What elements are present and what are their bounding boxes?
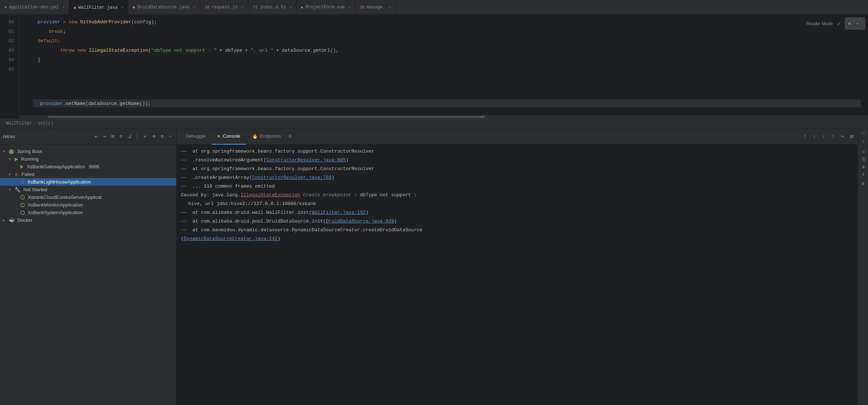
right-panel-up-arrow[interactable]: ↑ (860, 131, 866, 134)
tree-item-monitor[interactable]: XsBankMonitorApplication (0, 201, 176, 209)
tab-console[interactable]: ▶ Console (212, 129, 246, 145)
right-panel-grid-icon[interactable]: ⊞ (861, 166, 866, 168)
tree-item-system[interactable]: XsBankSystemApplication (0, 209, 176, 216)
console-line-9: (DynamicDataSourceCreator.java:242) (181, 235, 853, 243)
tab-request-js[interactable]: JS request.js ✕ (200, 0, 248, 15)
console-line-7: —— at com.alibaba.druid.pool.DruidDataSo… (181, 217, 853, 225)
right-panel-down-arrow[interactable]: ↓ (861, 138, 864, 144)
link-illegal-state-exception[interactable]: IllegalStateException (241, 192, 300, 198)
tree-label-monitor: XsBankMonitorApplication (28, 202, 83, 208)
tab-icon-request-js: JS (205, 5, 209, 9)
tab-close-request-js[interactable]: ✕ (241, 5, 244, 9)
check-icon: ✓ (837, 20, 841, 27)
console-text-3: at org.springframework.beans.factory.sup… (190, 165, 374, 173)
code-line-4: } (26, 55, 868, 65)
sort-icon[interactable]: ⊿ (126, 133, 133, 140)
dash-7: —— (181, 217, 187, 225)
tab-close-projectform-vue[interactable]: ✕ (348, 5, 351, 9)
link-constructor-resolver-789[interactable]: ConstructorResolver.java:789 (252, 175, 331, 180)
tab-close-application-dev[interactable]: ✕ (62, 5, 64, 9)
tab-label-application-dev: application-dev.yml (9, 5, 59, 10)
console-output[interactable]: —— at org.springframework.beans.factory.… (177, 145, 858, 405)
console-text-8: at com.baomidou.dynamic.datasource.Dynam… (190, 226, 423, 234)
scroll-up-btn[interactable]: ↑ (802, 132, 808, 141)
console-line-1: —— at org.springframework.beans.factory.… (181, 148, 853, 156)
tree-item-docker[interactable]: 🐳 Docker (0, 216, 176, 224)
tab-endpoints-label: Endpoints (260, 133, 281, 139)
tree-item-gateway[interactable]: XsBankGatewayApplication :9999, (0, 163, 176, 170)
tab-manage[interactable]: JS manage. ✕ (355, 0, 396, 15)
right-panel-download-icon[interactable]: ⬇ (862, 172, 864, 177)
tree-item-spring-boot[interactable]: ⬤ Spring Boot (0, 148, 176, 155)
tab-close-druiddatasource[interactable]: ✕ (193, 5, 196, 9)
console-line-caused-by: Caused by: java.lang.IllegalStateExcepti… (181, 191, 853, 199)
tab-index-d-ts[interactable]: TS index.d.ts ✕ (248, 0, 296, 15)
console-line-3: —— at org.springframework.beans.factory.… (181, 165, 853, 173)
breadcrumb-item-wallfilter[interactable]: WallFilter (6, 121, 32, 126)
scroll-line-text: provider (40, 101, 63, 106)
filter-icon[interactable]: ⚗ (118, 133, 123, 140)
link-dynamicdatasourcecreator-242[interactable]: DynamicDataSourceCreator.java:242 (184, 236, 277, 241)
breadcrumb-item-init[interactable]: init() (38, 121, 53, 126)
console-line-hive: hive, url jdbc:hive2://127.0.0.1:10000/x… (181, 200, 853, 208)
settings-icon[interactable]: ⚙ (159, 133, 165, 140)
tree-item-lighthouse[interactable]: ⊗ XsBankLightHouseApplication (0, 178, 176, 186)
right-panel-settings-icon[interactable]: ⚙ (862, 181, 864, 186)
tree-item-running[interactable]: ▶ Running (0, 155, 176, 163)
download-btn[interactable]: ↓ (821, 132, 827, 141)
tab-label-projectform-vue: ProjectForm.vue (305, 5, 345, 10)
tab-label-druiddatasource: DruidDataSource.java (137, 5, 190, 10)
tree-label-running: Running (21, 156, 39, 162)
tab-debugger[interactable]: Debugger (179, 129, 212, 145)
tab-label-index-d-ts: index.d.ts (260, 5, 286, 10)
tab-close-manage[interactable]: ✕ (389, 5, 391, 9)
line-numbers: 00 01 02 03 04 05 (0, 15, 19, 118)
tree-label-not-started: Not Started (23, 187, 47, 192)
link-wallfilter-192[interactable]: WallFilter.java:192 (312, 210, 366, 215)
console-text-9: (DynamicDataSourceCreator.java:242) (181, 235, 280, 243)
panel-menu-icon[interactable]: ≡ (288, 133, 292, 140)
upload-btn[interactable]: ↑ (830, 132, 836, 141)
collapse-all-icon[interactable]: ⇤ (93, 133, 99, 140)
tab-druiddatasource[interactable]: ◉ DruidDataSource.java ✕ (128, 0, 200, 15)
far-right-panel: ↑ ↓ ≡ ☰ ⊞ ⬇ ⚙ (858, 129, 868, 405)
add-service-icon[interactable]: ＋ (141, 133, 149, 141)
minimize-icon[interactable]: − (167, 133, 173, 140)
horizontal-scrollbar[interactable] (19, 115, 868, 118)
globe-icon[interactable]: ⊕ (151, 133, 157, 140)
console-line-6: —— at com.alibaba.druid.wall.WallFilter.… (181, 209, 853, 217)
table-view-btn[interactable]: ⊞ (848, 131, 855, 142)
code-line-2: default: (26, 36, 868, 46)
reader-mode-label[interactable]: Reader Mode (806, 21, 833, 26)
expand-all-icon[interactable]: ⇥ (101, 133, 107, 140)
mini-popup-close[interactable]: ✕ (853, 19, 862, 28)
tab-endpoints[interactable]: 🔥 Endpoints (246, 129, 287, 145)
scrollbar-thumb[interactable] (48, 116, 485, 118)
tab-close-wallfilter[interactable]: ✕ (121, 5, 123, 10)
tab-application-dev[interactable]: ● application-dev.yml ✕ (0, 0, 69, 15)
tree-item-not-started[interactable]: 🔧 Not Started (0, 186, 176, 193)
tab-wallfilter[interactable]: ◉ WallFilter.java ✕ (69, 0, 128, 15)
tree-item-failed[interactable]: ⊗ Failed (0, 170, 176, 178)
group-icon[interactable]: ⊞ (110, 133, 115, 140)
console-line-4: —— .createArgumentArray(ConstructorResol… (181, 174, 853, 182)
right-panel-lines-icon[interactable]: ≡ (861, 150, 866, 153)
next-btn[interactable]: ↷ (839, 131, 846, 142)
console-line-2: —— .resolveAutowiredArgument(Constructor… (181, 156, 853, 164)
tab-icon-projectform-vue: ▲ (301, 5, 303, 9)
right-panel-list-icon[interactable]: ☰ (861, 157, 866, 162)
tree-label-failed: Failed (21, 172, 34, 177)
eureka-icon (20, 195, 25, 200)
tab-close-index-d-ts[interactable]: ✕ (289, 5, 292, 9)
scroll-down-btn[interactable]: ↓ (811, 132, 818, 141)
tab-projectform-vue[interactable]: ▲ ProjectForm.vue ✕ (296, 0, 355, 15)
link-constructor-resolver-885[interactable]: ConstructorResolver.java:885 (266, 157, 346, 163)
link-druiddatasource-829[interactable]: DruidDataSource.java:829 (326, 219, 394, 224)
tab-console-label: Console (223, 133, 240, 139)
flame-icon-tab: 🔥 (252, 133, 258, 139)
tree-label-system: XsBankSystemApplication (28, 210, 83, 215)
services-tree: ⬤ Spring Boot ▶ Running XsBankGatewayApp… (0, 145, 176, 405)
tab-icon-wallfilter-java: ◉ (74, 5, 76, 10)
tree-item-eureka[interactable]: XsbankCloudEurekaServerApplicat (0, 193, 176, 201)
gateway-play-icon (20, 165, 23, 169)
